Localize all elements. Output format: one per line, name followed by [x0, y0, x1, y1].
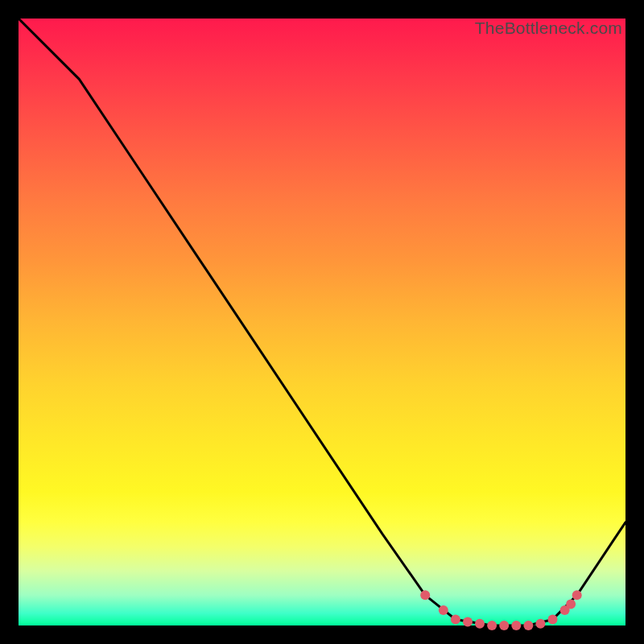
- chart-marker-dot: [439, 605, 448, 615]
- chart-marker-dot: [566, 600, 576, 609]
- chart-markers: [420, 590, 582, 630]
- chart-marker-dot: [535, 619, 545, 629]
- chart-marker-dot: [511, 621, 521, 630]
- chart-frame: TheBottleneck.com: [19, 19, 625, 625]
- chart-marker-dot: [463, 617, 473, 627]
- chart-marker-dot: [499, 621, 509, 630]
- chart-svg: [19, 19, 625, 625]
- chart-marker-dot: [572, 590, 582, 600]
- chart-marker-dot: [451, 615, 460, 625]
- chart-marker-dot: [420, 590, 430, 600]
- chart-curve: [19, 19, 625, 625]
- chart-marker-dot: [548, 615, 558, 625]
- chart-marker-dot: [523, 621, 533, 630]
- chart-marker-dot: [487, 621, 497, 630]
- chart-marker-dot: [475, 619, 485, 629]
